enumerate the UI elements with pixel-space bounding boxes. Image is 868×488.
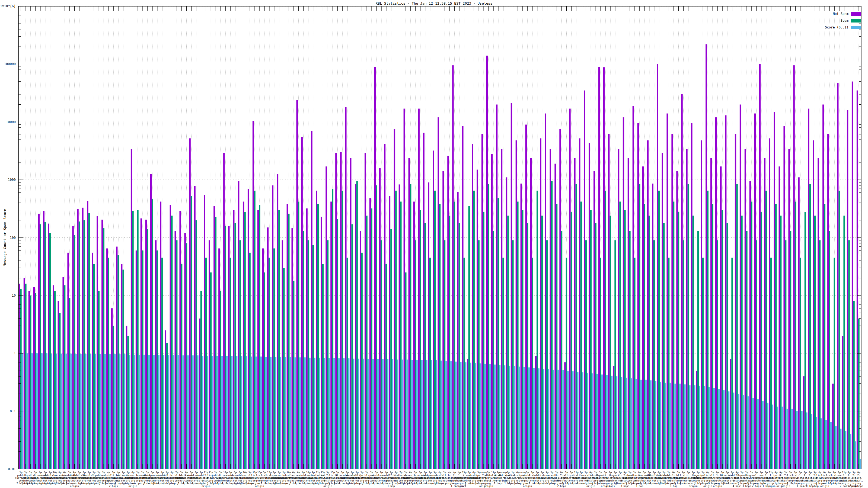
svg-text:1000: 1000: [8, 178, 16, 182]
legend-swatch-score: [851, 26, 861, 29]
chart-title: RBL Statistics - Thu Jan 12 12:58:15 EST…: [0, 1, 868, 5]
legend-label-not-spam: Not Spam: [833, 12, 848, 16]
svg-text:0.01: 0.01: [8, 467, 16, 471]
legend-row-spam: Spam: [825, 19, 861, 23]
legend-label-spam: Spam: [841, 19, 848, 23]
svg-text:10: 10: [12, 294, 16, 297]
x-tick-labels: 2@psbl.surriel.com2 hops2@db.wpbl.info2 …: [15, 471, 863, 488]
legend-row-not-spam: Not Spam: [825, 12, 861, 16]
legend: Not Spam Spam Score (0..1): [825, 12, 861, 32]
svg-text:10000: 10000: [6, 120, 16, 124]
svg-text:100000: 100000: [4, 62, 16, 66]
svg-text:0.1: 0.1: [10, 410, 16, 413]
legend-swatch-not-spam: [851, 12, 861, 16]
plot-area: 1x10^{6}1000001000010001001010.10.012@ps…: [0, 0, 868, 488]
legend-row-score: Score (0..1): [825, 26, 861, 29]
y-tick-labels: 1x10^{6}1000001000010001001010.10.01: [0, 4, 16, 471]
y-axis-label: Message Count or Spam Score: [3, 209, 7, 266]
legend-label-score: Score (0..1): [825, 26, 848, 29]
svg-text:100: 100: [10, 236, 16, 240]
rbl-statistics-chart: RBL Statistics - Thu Jan 12 12:58:15 EST…: [0, 0, 868, 488]
svg-text:9@2.list.dnswl.org4 hops: 9@2.list.dnswl.org4 hops: [855, 471, 863, 487]
legend-swatch-spam: [851, 19, 861, 23]
svg-text:1: 1: [14, 351, 16, 355]
